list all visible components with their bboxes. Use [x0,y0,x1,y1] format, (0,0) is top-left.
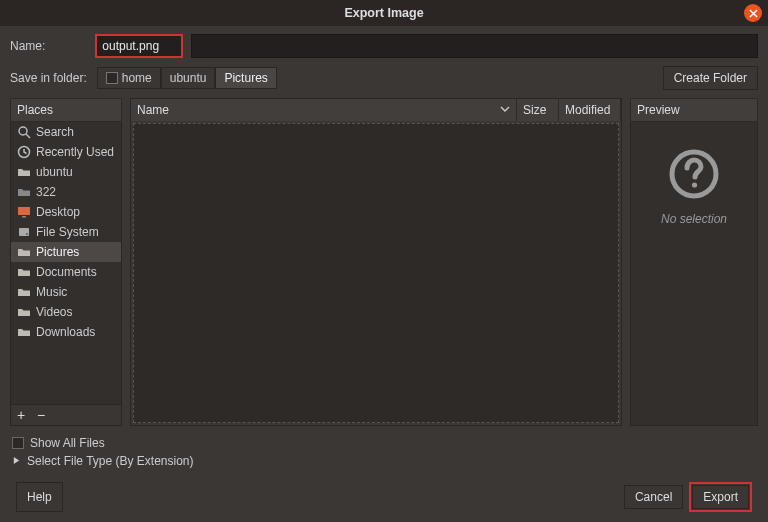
path-root-checkbox [106,72,118,84]
filename-input[interactable] [97,36,181,56]
show-all-files-row[interactable]: Show All Files [12,436,756,450]
sidebar-item-documents[interactable]: Documents [11,262,121,282]
preview-column: Preview No selection [630,98,758,426]
help-button[interactable]: Help [16,482,63,512]
sidebar-item-desktop[interactable]: Desktop [11,202,121,222]
remove-place-button[interactable]: − [31,405,51,425]
col-modified-header[interactable]: Modified [559,99,621,121]
place-label: Recently Used [36,145,114,159]
place-label: Videos [36,305,72,319]
svg-point-0 [19,127,27,135]
sidebar-item-videos[interactable]: Videos [11,302,121,322]
places-header: Places [10,98,122,122]
place-label: Pictures [36,245,79,259]
save-in-label: Save in folder: [10,71,87,85]
svg-point-6 [26,233,28,235]
export-image-dialog: Export Image Name: Save in folder: homeu… [0,0,768,522]
window-title: Export Image [0,6,768,20]
desktop-icon [17,205,31,219]
expander-icon [12,454,21,468]
sidebar-item-pictures[interactable]: Pictures [11,242,121,262]
preview-body: No selection [630,122,758,426]
search-icon [17,125,31,139]
col-size-header[interactable]: Size [517,99,559,121]
filename-input-trail[interactable] [191,34,758,58]
name-label: Name: [10,39,45,53]
titlebar: Export Image [0,0,768,26]
options-area: Show All Files Select File Type (By Exte… [10,434,758,468]
sidebar-item-322[interactable]: 322 [11,182,121,202]
places-footer: + − [10,405,122,426]
place-label: Downloads [36,325,95,339]
select-file-type-label: Select File Type (By Extension) [27,454,194,468]
svg-line-1 [26,134,30,138]
name-row: Name: [10,34,758,58]
export-button-highlight: Export [689,482,752,512]
path-segment-ubuntu[interactable]: ubuntu [161,67,216,89]
disk-icon [17,225,31,239]
sidebar-item-music[interactable]: Music [11,282,121,302]
create-folder-button[interactable]: Create Folder [663,66,758,90]
svg-rect-4 [22,216,26,218]
footer: Help Cancel Export [10,476,758,512]
files-column: Name Size Modified [130,98,622,426]
no-selection-label: No selection [661,212,727,226]
close-button[interactable] [744,4,762,22]
place-label: File System [36,225,99,239]
path-segment-pictures[interactable]: Pictures [215,67,276,89]
col-name-header[interactable]: Name [131,99,517,121]
svg-point-8 [692,182,697,187]
path-segment-home[interactable]: home [97,67,161,89]
chevron-down-icon [500,103,510,117]
add-place-button[interactable]: + [11,405,31,425]
select-file-type-row[interactable]: Select File Type (By Extension) [12,454,756,468]
files-body[interactable] [133,123,619,423]
cancel-button[interactable]: Cancel [624,485,683,509]
sidebar-item-ubuntu[interactable]: ubuntu [11,162,121,182]
files-header: Name Size Modified [131,99,621,121]
sidebar-item-file-system[interactable]: File System [11,222,121,242]
place-label: 322 [36,185,56,199]
folder-icon [17,165,31,179]
place-label: Search [36,125,74,139]
path-breadcrumb: homeubuntuPictures [97,67,277,89]
checkbox-icon [12,437,24,449]
folder-icon [17,245,31,259]
recent-icon [17,145,31,159]
close-icon [749,9,758,18]
sidebar-item-downloads[interactable]: Downloads [11,322,121,342]
main-area: Places SearchRecently Usedubuntu322Deskt… [10,98,758,426]
folder-icon [17,325,31,339]
folder-gray-icon [17,185,31,199]
folder-icon [17,285,31,299]
sidebar-item-recently-used[interactable]: Recently Used [11,142,121,162]
name-input-highlight [95,34,183,58]
place-label: Documents [36,265,97,279]
question-icon [668,148,720,200]
folder-icon [17,265,31,279]
preview-header: Preview [630,98,758,122]
places-list[interactable]: SearchRecently Usedubuntu322DesktopFile … [10,122,122,405]
sidebar-item-search[interactable]: Search [11,122,121,142]
save-in-row: Save in folder: homeubuntuPictures Creat… [10,66,758,90]
folder-icon [17,305,31,319]
export-button[interactable]: Export [692,485,749,509]
svg-rect-3 [18,207,30,215]
show-all-files-label: Show All Files [30,436,105,450]
places-column: Places SearchRecently Usedubuntu322Deskt… [10,98,122,426]
place-label: Desktop [36,205,80,219]
place-label: ubuntu [36,165,73,179]
place-label: Music [36,285,67,299]
